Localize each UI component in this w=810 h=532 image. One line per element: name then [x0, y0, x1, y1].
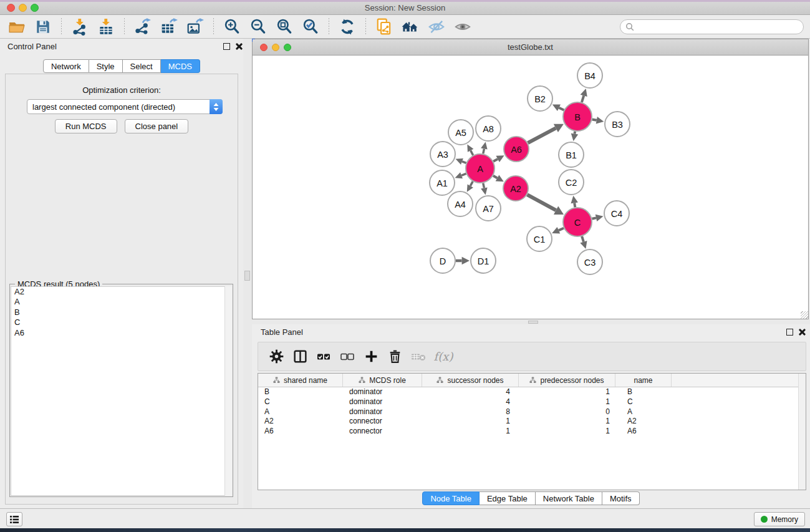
graph-node-C[interactable]: C	[563, 208, 592, 236]
tab-node-table[interactable]: Node Table	[422, 491, 480, 505]
export-image-button[interactable]	[184, 17, 206, 37]
table-cell[interactable]: 1	[519, 387, 615, 397]
graph-edge-A-A7[interactable]	[481, 183, 487, 195]
delete-table-button[interactable]	[407, 345, 430, 369]
table-cell[interactable]: B	[258, 387, 343, 397]
graph-edge-A6-B[interactable]	[528, 124, 564, 143]
graph-edge-B-B3[interactable]	[592, 117, 604, 123]
table-row[interactable]: A6connector11A6	[258, 427, 806, 437]
table-cell[interactable]: C	[615, 397, 672, 407]
graph-edge-B-B2[interactable]	[552, 104, 564, 110]
table-cell[interactable]: 0	[519, 407, 615, 417]
table-row[interactable]: A2connector11A2	[258, 417, 806, 427]
graph-node-C2[interactable]: C2	[559, 170, 584, 195]
search-field[interactable]	[620, 19, 804, 34]
tab-edge-table[interactable]: Edge Table	[480, 491, 536, 505]
task-history-button[interactable]	[6, 512, 22, 526]
graph-node-A5[interactable]: A5	[448, 120, 473, 145]
zoom-selected-button[interactable]	[299, 17, 322, 37]
graph-edge-C-C1[interactable]	[552, 227, 564, 234]
graph-node-A4[interactable]: A4	[448, 191, 473, 216]
graph-edge-A-A2[interactable]	[493, 175, 504, 181]
select-all-button[interactable]	[312, 345, 335, 369]
table-cell[interactable]: 4	[422, 387, 519, 397]
close-panel-icon[interactable]	[235, 42, 243, 50]
table-cell[interactable]: 1	[519, 417, 615, 427]
import-network-button[interactable]	[69, 17, 91, 37]
graph-edge-A-A3[interactable]	[456, 158, 466, 165]
network-window-titlebar[interactable]: testGlobe.txt	[253, 39, 808, 56]
table-row[interactable]: Bdominator41B	[258, 387, 806, 397]
graph-node-A2[interactable]: A2	[503, 176, 528, 201]
network-canvas[interactable]: B4B2BB3A5A8A6A3AB1A1C2A2A4A7C4CC1C3DD1	[253, 56, 808, 319]
table-cell[interactable]: A2	[615, 417, 672, 427]
graph-node-C3[interactable]: C3	[577, 249, 602, 274]
graph-node-B2[interactable]: B2	[528, 86, 552, 111]
tab-style[interactable]: Style	[89, 59, 123, 73]
splitter-grip[interactable]	[528, 321, 538, 324]
graph-edge-A2-C[interactable]	[527, 195, 564, 215]
graph-edge-A-A6[interactable]	[493, 155, 504, 162]
delete-columns-button[interactable]	[383, 345, 407, 369]
graph-node-A[interactable]: A	[466, 154, 494, 183]
close-panel-icon[interactable]	[798, 328, 806, 336]
horizontal-splitter[interactable]	[252, 319, 810, 324]
graph-node-B1[interactable]: B1	[559, 142, 584, 167]
deselect-all-button[interactable]	[335, 345, 359, 369]
mcds-result-item[interactable]: C	[11, 317, 231, 327]
vertical-splitter[interactable]	[243, 39, 252, 508]
graph-edge-B-B1[interactable]	[571, 132, 578, 142]
column-header-shared-name[interactable]: shared name	[258, 374, 343, 387]
splitter-grip[interactable]	[244, 271, 250, 281]
table-cell[interactable]: A	[615, 407, 672, 417]
table-scrollbar[interactable]	[798, 374, 806, 490]
graph-node-A3[interactable]: A3	[430, 142, 455, 167]
tab-network[interactable]: Network	[43, 59, 89, 73]
graph-node-A1[interactable]: A1	[430, 170, 455, 195]
table-cell[interactable]: 4	[422, 397, 519, 407]
new-network-from-selection-button[interactable]	[373, 17, 395, 37]
table-cell[interactable]: dominator	[343, 407, 422, 417]
mcds-result-item[interactable]: A6	[11, 328, 231, 338]
save-session-button[interactable]	[32, 17, 54, 37]
graph-node-D[interactable]: D	[430, 248, 455, 273]
table-cell[interactable]: 1	[422, 427, 519, 437]
refresh-layout-button[interactable]	[336, 17, 359, 37]
float-panel-icon[interactable]	[786, 329, 793, 336]
table-cell[interactable]: 1	[519, 427, 615, 437]
function-builder-button[interactable]: f(x)	[430, 345, 454, 369]
tab-motifs[interactable]: Motifs	[602, 491, 640, 505]
tab-network-table[interactable]: Network Table	[536, 491, 602, 505]
graph-edge-D-D1[interactable]	[456, 257, 470, 265]
graph-edge-C-C4[interactable]	[592, 215, 603, 221]
graph-node-B4[interactable]: B4	[577, 63, 602, 88]
table-cell[interactable]: A	[258, 407, 343, 417]
column-header-predecessor-nodes[interactable]: predecessor nodes	[519, 374, 615, 387]
column-header-name[interactable]: name	[615, 374, 672, 387]
graph-edge-C-C3[interactable]	[580, 236, 587, 249]
graph-node-A6[interactable]: A6	[504, 137, 529, 162]
import-table-button[interactable]	[95, 17, 117, 37]
export-network-button[interactable]	[132, 17, 154, 37]
criterion-dropdown[interactable]: largest connected component (directed)	[27, 99, 223, 114]
graph-node-D1[interactable]: D1	[471, 248, 496, 273]
table-settings-button[interactable]	[264, 345, 288, 369]
hide-selected-button[interactable]	[425, 17, 448, 37]
graph-edge-A-A5[interactable]	[467, 144, 473, 155]
mcds-result-list[interactable]: A2ABCA6	[11, 286, 232, 496]
graph-edge-A-A1[interactable]	[455, 172, 466, 178]
table-cell[interactable]: 1	[519, 397, 615, 407]
table-cell[interactable]: A2	[258, 417, 343, 427]
table-cell[interactable]: 1	[422, 417, 519, 427]
tab-mcds[interactable]: MCDS	[161, 59, 200, 73]
export-table-button[interactable]	[158, 17, 180, 37]
column-header-MCDS-role[interactable]: MCDS role	[343, 374, 422, 387]
zoom-fit-button[interactable]	[273, 17, 296, 37]
table-cell[interactable]: dominator	[343, 397, 422, 407]
graph-node-A8[interactable]: A8	[476, 116, 501, 141]
mcds-result-item[interactable]: B	[11, 307, 231, 317]
table-cell[interactable]: connector	[343, 427, 422, 437]
zoom-out-button[interactable]	[247, 17, 269, 37]
table-row[interactable]: Adominator80A	[258, 407, 806, 417]
add-column-button[interactable]	[359, 345, 383, 369]
